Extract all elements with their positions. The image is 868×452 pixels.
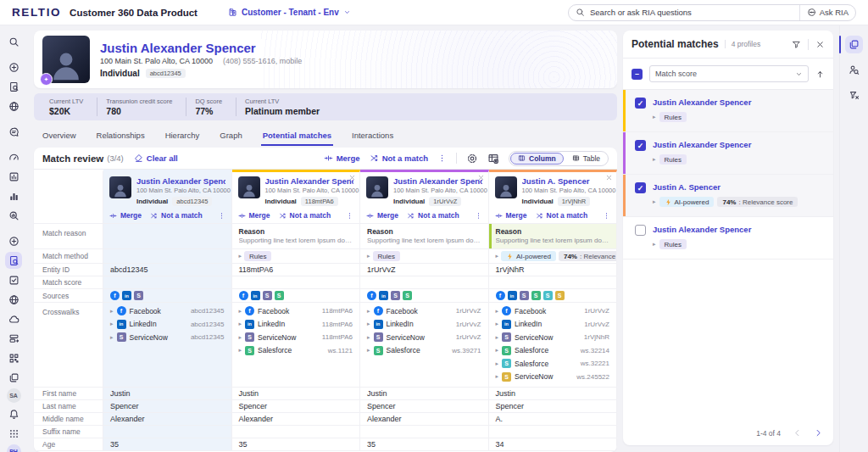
expand-icon[interactable]: ▸ bbox=[239, 308, 242, 315]
match-name[interactable]: Justin Alexander Spencer bbox=[653, 140, 751, 149]
expand-icon[interactable]: ▸ bbox=[496, 253, 499, 259]
ask-ria-button[interactable]: Ask RIA bbox=[799, 5, 849, 20]
sidebar-item-doc-search[interactable] bbox=[5, 252, 22, 269]
crosswalk-row[interactable]: ▸SSalesforcews.39271 bbox=[367, 346, 481, 355]
sidebar-item-chat[interactable] bbox=[5, 123, 22, 140]
expand-icon[interactable]: ▸ bbox=[367, 253, 370, 259]
match-checkbox[interactable]: ✓ bbox=[635, 98, 646, 109]
crosswalk-row[interactable]: ▸inLinkedInabcd12345 bbox=[110, 320, 225, 329]
rules-chip[interactable]: Rules bbox=[659, 154, 687, 165]
expand-icon[interactable]: ▸ bbox=[110, 321, 114, 327]
column-visibility-icon[interactable] bbox=[487, 153, 499, 165]
close-column-icon[interactable] bbox=[605, 174, 613, 181]
crosswalk-row[interactable]: ▸inLinkedIn1rUrVvZ bbox=[496, 320, 610, 329]
crosswalk-row[interactable]: ▸inLinkedIn1rUrVvZ bbox=[367, 320, 481, 329]
sidebar-item-chart-box[interactable] bbox=[5, 168, 22, 185]
gear-icon[interactable] bbox=[466, 153, 478, 165]
close-panel-icon[interactable] bbox=[815, 40, 825, 49]
match-name[interactable]: Justin Alexander Spencer bbox=[653, 225, 751, 234]
match-list-item[interactable]: ✓Justin A. Spencer▸AI-powered74%: Releva… bbox=[623, 175, 833, 217]
not-a-match-button[interactable]: Not a match bbox=[536, 211, 588, 220]
expand-icon[interactable]: ▸ bbox=[367, 321, 370, 327]
select-all-checkbox[interactable]: – bbox=[632, 69, 643, 80]
not-a-match-button[interactable]: Not a match bbox=[279, 211, 331, 220]
expand-icon[interactable]: ▸ bbox=[367, 334, 370, 341]
crosswalk-row[interactable]: ▸fFacebook1rUrVvZ bbox=[496, 306, 610, 315]
prev-page-icon[interactable] bbox=[793, 428, 802, 438]
not-a-match-button[interactable]: Not a match bbox=[407, 211, 459, 220]
expand-icon[interactable]: ▸ bbox=[653, 198, 656, 205]
tab-potential-matches[interactable]: Potential matches bbox=[261, 127, 333, 146]
avatar-sa[interactable]: SA bbox=[7, 388, 21, 403]
rail-item-match-off[interactable] bbox=[845, 86, 863, 104]
match-score-select[interactable]: Match score bbox=[649, 65, 809, 82]
expand-icon[interactable]: ▸ bbox=[239, 321, 242, 327]
close-column-icon[interactable] bbox=[477, 174, 485, 181]
merge-button[interactable]: Merge bbox=[238, 211, 270, 220]
sidebar-item-panels[interactable] bbox=[5, 369, 22, 386]
close-column-icon[interactable] bbox=[348, 174, 356, 181]
ai-powered-chip[interactable]: AI-powered bbox=[659, 197, 715, 207]
crosswalk-row[interactable]: ▸SSalesforcews.1121 bbox=[239, 346, 353, 355]
sidebar-item-plus-circle[interactable] bbox=[5, 232, 22, 249]
match-profile-name[interactable]: Justin A. Spencer bbox=[522, 176, 611, 186]
tenant-selector[interactable]: Customer - Tenant - Env bbox=[228, 8, 351, 17]
expand-icon[interactable]: ▸ bbox=[496, 321, 499, 327]
crosswalk-row[interactable]: ▸SSalesforcews.32221 bbox=[496, 359, 610, 368]
crosswalk-row[interactable]: ▸SServiceNow1rUrVvZ bbox=[367, 332, 481, 342]
sidebar-item-check-doc[interactable] bbox=[5, 271, 22, 288]
global-search[interactable]: Ask RIA bbox=[568, 4, 856, 21]
crosswalk-row[interactable]: ▸inLinkedIn118mtPA6 bbox=[239, 320, 353, 329]
rail-item-person-search[interactable] bbox=[845, 61, 863, 79]
reltio-logo[interactable]: RELTIO bbox=[12, 6, 61, 19]
expand-icon[interactable]: ▸ bbox=[653, 156, 656, 163]
tab-overview[interactable]: Overview bbox=[41, 127, 78, 146]
expand-icon[interactable]: ▸ bbox=[239, 253, 242, 259]
rules-chip[interactable]: Rules bbox=[373, 251, 400, 261]
more-options-icon[interactable] bbox=[437, 153, 447, 163]
match-profile-name[interactable]: Justin Alexander Spencer bbox=[393, 176, 482, 186]
expand-icon[interactable]: ▸ bbox=[653, 241, 656, 248]
ai-powered-chip[interactable]: AI-powered bbox=[501, 251, 556, 261]
not-a-match-button[interactable]: Not a match bbox=[150, 211, 203, 220]
crosswalk-row[interactable]: ▸fFacebookabcd12345 bbox=[110, 306, 225, 315]
match-profile-name[interactable]: Justin Alexander Spencer bbox=[136, 176, 225, 186]
tab-interactions[interactable]: Interactions bbox=[350, 127, 395, 146]
tab-graph[interactable]: Graph bbox=[218, 127, 243, 146]
tab-relationships[interactable]: Relationships bbox=[95, 127, 147, 146]
expand-icon[interactable]: ▸ bbox=[110, 334, 114, 341]
crosswalk-row[interactable]: ▸SServiceNow1rVjNhR bbox=[496, 332, 610, 342]
match-name[interactable]: Justin A. Spencer bbox=[653, 182, 798, 192]
match-list-item[interactable]: ✓Justin Alexander Spencer▸Rules bbox=[623, 90, 833, 132]
sidebar-item-plus-circle[interactable] bbox=[5, 59, 22, 75]
rules-chip[interactable]: Rules bbox=[244, 251, 271, 261]
camera-badge-icon[interactable]: ✦ bbox=[40, 73, 53, 86]
sidebar-item-globe[interactable] bbox=[5, 291, 22, 308]
rules-chip[interactable]: Rules bbox=[659, 112, 687, 122]
search-input[interactable] bbox=[590, 8, 794, 17]
expand-icon[interactable]: ▸ bbox=[653, 114, 656, 120]
tab-hierarchy[interactable]: Hierarchy bbox=[164, 127, 202, 146]
crosswalk-row[interactable]: ▸SServiceNow118mtPA6 bbox=[239, 332, 353, 342]
expand-icon[interactable]: ▸ bbox=[496, 334, 499, 341]
match-checkbox[interactable]: ✓ bbox=[635, 140, 646, 151]
merge-button[interactable]: Merge bbox=[366, 211, 398, 220]
sort-direction-icon[interactable] bbox=[815, 70, 825, 79]
sidebar-item-search[interactable] bbox=[5, 33, 22, 50]
sidebar-item-gauge[interactable] bbox=[5, 148, 22, 165]
rules-chip[interactable]: Rules bbox=[659, 239, 687, 249]
sidebar-item-grid-dots[interactable] bbox=[5, 425, 22, 442]
view-option-table[interactable]: Table bbox=[565, 153, 607, 165]
expand-icon[interactable]: ▸ bbox=[496, 308, 499, 315]
expand-icon[interactable]: ▸ bbox=[110, 308, 114, 315]
expand-icon[interactable]: ▸ bbox=[496, 347, 499, 354]
sidebar-item-bell[interactable] bbox=[5, 405, 22, 422]
match-list-item[interactable]: ✓Justin Alexander Spencer▸Rules bbox=[623, 132, 833, 175]
merge-button[interactable]: Merge bbox=[109, 211, 142, 220]
match-checkbox[interactable]: ✓ bbox=[635, 182, 646, 193]
expand-icon[interactable]: ▸ bbox=[496, 360, 499, 367]
not-a-match-button[interactable]: Not a match bbox=[370, 153, 428, 163]
rail-item-panels[interactable] bbox=[845, 36, 863, 53]
crosswalk-row[interactable]: ▸SServiceNowws.245522 bbox=[496, 372, 610, 382]
sidebar-item-zoom-chart[interactable] bbox=[5, 207, 22, 224]
